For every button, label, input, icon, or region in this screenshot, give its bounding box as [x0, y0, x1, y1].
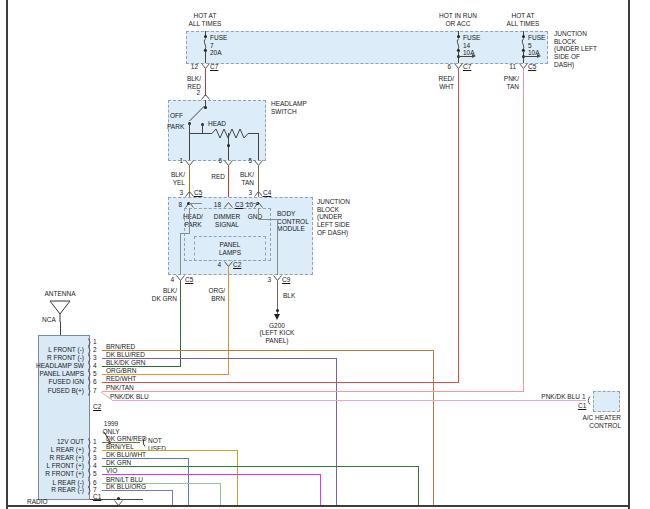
wire-dk-blu-red-v — [336, 358, 337, 505]
fuse14-branch-arrow-icon — [472, 54, 476, 58]
wire-brn-lt-blu-v — [220, 483, 221, 505]
switch-pin-out-1: 1 — [176, 157, 183, 165]
switch-mid-dot — [227, 144, 230, 147]
fuse14-name: FUSE — [463, 34, 489, 42]
radio-c2-pin-5: 5 — [93, 370, 101, 378]
ground-symbol-icon — [274, 314, 280, 320]
jb2-internal-right-1 — [258, 208, 259, 219]
jb2-conn-c4: C4 — [263, 189, 271, 197]
fuse7-pin: 12 — [186, 63, 198, 71]
wire-dk-blu-org-h — [102, 490, 173, 491]
wire-label-blk-yel: BLK/ YEL — [163, 171, 185, 186]
jb2-internal-left-3 — [180, 233, 181, 275]
switch-arm — [188, 105, 206, 123]
fuse5-text: FUSE 5 10A — [528, 34, 554, 57]
power-label-fuse14: HOT IN RUN OR ACC — [432, 12, 484, 27]
radio-c2-label-3: R FRONT (-) — [36, 354, 84, 362]
radio-c1-label-5: R FRONT (+) — [36, 470, 84, 478]
radio-label: RADIO — [27, 498, 48, 506]
jb2-internal-right-3 — [277, 219, 278, 275]
wire-dk-blu-wht-h — [102, 458, 189, 459]
radio-c2-pin-4: 4 — [93, 362, 101, 370]
wire-label-blk-dk-grn: BLK/ DK GRN — [150, 287, 177, 302]
connector-fork — [224, 202, 233, 208]
radio-c2-label-6: FUSED IGN — [36, 378, 84, 386]
junction-block-2-label: JUNCTION BLOCK (UNDER LEFT SIDE OF DASH) — [317, 198, 373, 236]
jb2-internal-left-2 — [180, 233, 190, 234]
switch-internal-wire-head — [202, 124, 203, 133]
bcm-branch-left — [189, 203, 202, 204]
wire-label-blk: BLK — [283, 292, 295, 300]
switch-internal-wire-mid — [228, 133, 229, 160]
bcm-label: BODY CONTROL MODULE — [277, 210, 311, 233]
jb2-out-right-conn: C9 — [282, 276, 290, 284]
panel-lamps-pin: 4 — [213, 261, 221, 269]
radio-c1-label-7: R REAR (-) — [36, 486, 84, 494]
wire-vio-h — [102, 474, 321, 475]
wire-brn-lt-blu-h — [102, 483, 221, 484]
wire-pnk-dk-blu-h — [112, 400, 586, 401]
radio-c2-label-2: L FRONT (-) — [36, 346, 84, 354]
fuse14-text: FUSE 14 10A — [463, 34, 489, 57]
fuse5-branch-line — [523, 56, 537, 57]
fuse14-pin: 6 — [439, 63, 451, 71]
jb2-pin-3-right: 3 — [245, 189, 252, 197]
fuse7-stem-bottom — [205, 51, 206, 63]
wire-dk-blu-red-h — [102, 358, 336, 359]
pin-bracket-icon — [88, 486, 92, 495]
fuse7-name: FUSE — [210, 34, 236, 42]
page-border-bottom — [6, 505, 630, 507]
wire-brn-red-v — [433, 350, 434, 505]
ac-heater-conn: C1 — [578, 402, 586, 410]
wire-label-pnk-dk-blu-2: PNK/DK BLU — [536, 393, 580, 401]
fuse14-number: 14 — [463, 42, 489, 50]
junction-block-top-label: JUNCTION BLOCK (UNDER LEFT SIDE OF DASH) — [554, 30, 616, 68]
headlamp-switch-label: HEADLAMP SWITCH — [271, 100, 317, 115]
pin-bracket-icon — [586, 396, 591, 405]
bcm-pin-8: 8 — [172, 201, 182, 209]
switch-position-off: OFF — [170, 112, 183, 120]
bcm-pin-18: 18 — [210, 201, 221, 209]
switch-pin-out-6: 6 — [215, 157, 222, 165]
switch-position-head: HEAD — [208, 120, 226, 128]
radio-c2-label-5: PANEL LAMPS — [36, 370, 84, 378]
ac-heater-control-box — [593, 391, 620, 412]
wire-dk-blu-org-v — [172, 490, 173, 505]
wire-blk-dk-grn-vertical — [180, 281, 181, 367]
wire-pnk-tan-vertical — [523, 69, 524, 392]
radio-c1-pin-1: 1 — [93, 438, 101, 446]
radio-c2-pin-3: 3 — [93, 354, 101, 362]
radio-c1-pin-3: 3 — [93, 454, 101, 462]
antenna-mast — [60, 322, 61, 335]
radio-c2-pin-6: 6 — [93, 378, 101, 386]
dimmer-rheostat-icon — [211, 128, 249, 139]
wire-label-blk-tan: BLK/ TAN — [232, 171, 254, 186]
wire-red-wht-vertical — [458, 69, 459, 383]
radio-c1-conn: C1 — [93, 493, 101, 501]
jb2-conn-c5: C5 — [194, 189, 202, 197]
fuse7-conn: C7 — [210, 63, 218, 71]
wire-label-org-brn: ORG/ BRN — [206, 287, 225, 302]
fuse5-branch-arrow-icon — [537, 54, 541, 58]
wire-dk-grn-h — [102, 466, 419, 467]
wire-org-brn-h — [102, 374, 229, 375]
radio-c1-pin-2: 2 — [93, 446, 101, 454]
radio-c2-conn: C2 — [93, 403, 101, 411]
junction-block-top-box — [186, 31, 548, 64]
bcm-section-dimmer-signal: DIMMER SIGNAL — [211, 213, 243, 228]
radio-c1-pin-4: 4 — [93, 462, 101, 470]
pin-bracket-icon — [88, 378, 92, 387]
pin-bracket-icon — [88, 387, 92, 396]
switch-position-park: PARK — [167, 123, 184, 131]
switch-internal-wire-left — [189, 123, 190, 160]
radio-c2-pin-1: 1 — [93, 338, 101, 346]
fuse7-number: 7 — [210, 42, 236, 50]
wire-brn-yel-v — [237, 450, 238, 505]
wire-label-pnk-tan: PNK/ TAN — [497, 75, 519, 90]
pin-bracket-icon — [88, 470, 92, 479]
fuse5-number: 5 — [528, 42, 554, 50]
jb2-out-left-pin: 4 — [166, 276, 174, 284]
power-label-fuse7: HOT AT ALL TIMES — [179, 12, 231, 27]
radio-c1-pin-5: 5 — [93, 470, 101, 478]
antenna-type: NCA — [42, 316, 56, 324]
